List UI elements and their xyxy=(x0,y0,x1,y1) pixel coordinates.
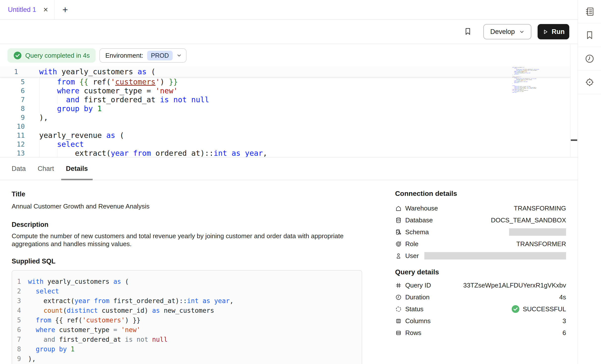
code-line: 1with yearly_customers as ( xyxy=(0,66,570,77)
detail-label: Role xyxy=(405,240,418,248)
code-editor[interactable]: 1with yearly_customers as ( 5 from {{ re… xyxy=(0,66,570,157)
details-right-column: Connection details WarehouseTRANSFORMING… xyxy=(395,180,566,364)
toolbar: Develop Run xyxy=(0,20,578,44)
close-tab-icon[interactable]: ✕ xyxy=(43,6,48,13)
line-number: 9 xyxy=(17,355,28,363)
detail-label: Rows xyxy=(405,329,421,337)
columns-row: Columns3 xyxy=(395,315,566,327)
code-line: 7 and first_ordered_at is not null xyxy=(17,335,362,344)
code-line: 7 and first_ordered_at is not null xyxy=(0,95,570,104)
develop-dropdown[interactable]: Develop xyxy=(483,24,531,39)
line-number: 3 xyxy=(17,297,28,305)
query-details-heading: Query details xyxy=(395,268,566,276)
line-number: 7 xyxy=(17,336,28,343)
bookmark-sidebar-button[interactable] xyxy=(578,24,601,47)
detail-label: Warehouse xyxy=(405,205,438,212)
title-heading: Title xyxy=(12,190,362,198)
schema-row: Schema xyxy=(395,226,566,238)
warehouse-icon xyxy=(395,205,402,212)
connection-details-heading: Connection details xyxy=(395,189,566,198)
indent-guide xyxy=(57,149,57,157)
line-number: 8 xyxy=(17,345,28,353)
description-value: Compute the number of new customers and … xyxy=(12,232,354,248)
spinner-icon xyxy=(395,306,402,312)
status-row: Query completed in 4s Environment: PROD xyxy=(7,48,187,63)
query-status-text: Query completed in 4s xyxy=(25,52,90,59)
role-icon xyxy=(395,241,402,247)
main-area: Untitled 1 ✕ + Develop Run Query complet… xyxy=(0,0,578,364)
clock-icon xyxy=(395,294,402,301)
tab-chart[interactable]: Chart xyxy=(33,157,59,180)
develop-label: Develop xyxy=(490,28,515,36)
chevron-down-icon xyxy=(519,29,524,34)
line-number: 13 xyxy=(0,149,25,157)
history-icon xyxy=(584,53,595,64)
schema-icon xyxy=(395,229,402,235)
tab-details[interactable]: Details xyxy=(61,157,93,180)
check-circle-icon xyxy=(511,305,520,313)
line-number: 10 xyxy=(0,123,25,130)
bookmark-button[interactable] xyxy=(464,27,472,36)
bookmark-icon xyxy=(584,30,595,40)
line-number: 2 xyxy=(17,287,28,295)
detail-value: 4s xyxy=(559,293,566,301)
detail-value: 3 xyxy=(563,317,566,325)
run-button[interactable]: Run xyxy=(538,24,569,39)
line-number: 11 xyxy=(0,131,25,139)
new-tab-button[interactable]: + xyxy=(61,0,69,19)
code-line: 3 extract(year from first_ordered_at)::i… xyxy=(17,296,362,306)
bookmark-icon xyxy=(464,27,472,36)
indent-guide xyxy=(39,77,40,113)
detail-label: Columns xyxy=(405,317,431,325)
code-line: 5 from {{ ref('customers') }} xyxy=(0,77,570,86)
duration-row: Duration4s xyxy=(395,291,566,303)
results-tab-bar: DataChartDetails xyxy=(0,157,578,180)
details-left-column: Title Annual Customer Growth and Revenue… xyxy=(12,180,362,364)
user-row: User xyxy=(395,250,566,262)
code-line: 6 where customer_type = 'new' xyxy=(0,86,570,95)
line-number: 6 xyxy=(0,87,25,95)
detail-label: Schema xyxy=(405,228,429,236)
rows-icon xyxy=(395,330,402,336)
status-row: StatusSUCCESSFUL xyxy=(395,303,566,315)
user-icon xyxy=(395,253,402,259)
detail-value: 33TZseWpe1ALFDUYerxR1gVKxbv xyxy=(463,282,566,289)
detail-label: User xyxy=(405,252,419,260)
code-line: 13 extract(year from ordered_at)::int as… xyxy=(0,149,570,157)
code-line: 10 xyxy=(0,122,570,131)
indent-guide xyxy=(39,140,40,157)
history-sidebar-button[interactable] xyxy=(578,47,601,71)
rows-row: Rows6 xyxy=(395,327,566,339)
tab-untitled-1[interactable]: Untitled 1 ✕ xyxy=(0,0,55,19)
tab-data[interactable]: Data xyxy=(7,157,30,180)
editor-minimap[interactable]: with yearly_customers as ( select extrac… xyxy=(512,67,541,96)
code-line: 12 select xyxy=(0,140,570,149)
line-number: 1 xyxy=(17,278,28,285)
environment-value-chip: PROD xyxy=(147,51,172,60)
database-icon xyxy=(395,217,402,224)
chevron-down-icon xyxy=(177,53,182,58)
copilot-sidebar-button[interactable] xyxy=(578,71,601,94)
right-icon-sidebar xyxy=(578,0,601,364)
line-number: 7 xyxy=(0,96,25,104)
play-icon xyxy=(542,29,548,35)
detail-label: Database xyxy=(405,216,433,224)
run-label: Run xyxy=(552,28,565,36)
detail-value: TRANSFORMER xyxy=(516,240,566,248)
notebook-sidebar-button[interactable] xyxy=(578,0,601,24)
copilot-icon xyxy=(584,77,595,87)
detail-label: Duration xyxy=(405,293,430,301)
redacted-value-bar xyxy=(424,252,566,260)
code-line: 8 group by 1 xyxy=(17,344,362,354)
query-id-row: Query ID33TZseWpe1ALFDUYerxR1gVKxbv xyxy=(395,279,566,291)
check-circle-icon xyxy=(13,51,22,60)
title-value: Annual Customer Growth and Revenue Analy… xyxy=(12,202,362,210)
editor-tab-bar: Untitled 1 ✕ + xyxy=(0,0,578,20)
code-line: 6 where customer_type = 'new' xyxy=(17,325,362,335)
line-number: 1 xyxy=(0,68,18,76)
environment-dropdown[interactable]: Environment: PROD xyxy=(99,48,186,63)
redacted-value-bar xyxy=(509,228,566,236)
scrollbar-thumb[interactable] xyxy=(571,139,577,141)
query-status-pill: Query completed in 4s xyxy=(7,48,96,63)
code-line: 11yearly_revenue as ( xyxy=(0,131,570,140)
